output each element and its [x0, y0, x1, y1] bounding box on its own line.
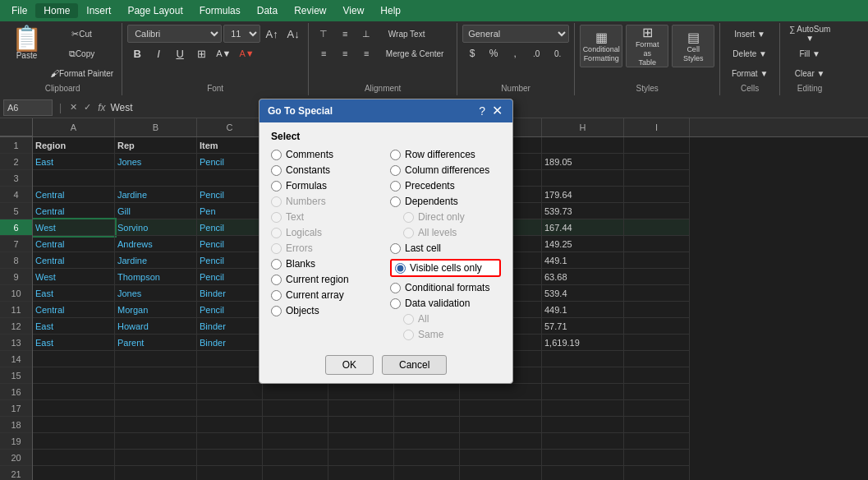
radio-dependents[interactable]: Dependents — [390, 196, 501, 207]
cell[interactable]: East — [33, 285, 115, 302]
cell[interactable] — [624, 252, 690, 269]
cell[interactable]: Jones — [115, 154, 197, 170]
radio-precedents[interactable]: Precedents — [390, 180, 501, 192]
cell[interactable]: Parent — [115, 335, 197, 351]
radio-current-region-input[interactable] — [271, 275, 282, 285]
cell[interactable] — [460, 400, 542, 417]
radio-precedents-input[interactable] — [390, 181, 401, 192]
cell[interactable] — [263, 384, 328, 400]
delete-cells-button[interactable]: Delete ▼ — [725, 44, 774, 62]
radio-column-differences[interactable]: Column differences — [390, 164, 501, 176]
cell[interactable] — [115, 466, 197, 480]
row-header-12[interactable]: 12 — [0, 318, 32, 335]
cell[interactable] — [542, 367, 624, 384]
conditional-formatting-button[interactable]: ▦ ConditionalFormatting — [580, 25, 622, 67]
cell[interactable]: Pencil — [197, 219, 263, 236]
cell[interactable] — [328, 450, 394, 466]
cell[interactable] — [624, 367, 690, 384]
cell[interactable]: Central — [33, 252, 115, 269]
cell[interactable]: Gill — [115, 203, 197, 219]
menu-data[interactable]: Data — [249, 3, 286, 18]
radio-dependents-input[interactable] — [390, 196, 401, 207]
cell[interactable] — [542, 417, 624, 433]
cut-button[interactable]: ✂ Cut — [47, 25, 117, 43]
radio-constants-input[interactable] — [271, 165, 282, 176]
radio-objects-input[interactable] — [271, 306, 282, 316]
cell[interactable] — [33, 450, 115, 466]
cell[interactable] — [624, 384, 690, 400]
cell[interactable]: 539.4 — [542, 285, 624, 302]
menu-review[interactable]: Review — [286, 3, 334, 18]
cell[interactable] — [624, 335, 690, 351]
radio-blanks-input[interactable] — [271, 259, 282, 270]
cell[interactable] — [33, 367, 115, 384]
cell[interactable] — [460, 417, 542, 433]
cell[interactable] — [394, 450, 460, 466]
cell[interactable] — [328, 466, 394, 480]
cell[interactable] — [33, 170, 115, 187]
menu-insert[interactable]: Insert — [78, 3, 119, 18]
cell[interactable] — [624, 400, 690, 417]
radio-data-validation[interactable]: Data validation — [390, 298, 501, 309]
row-header-2[interactable]: 2 — [0, 154, 32, 170]
cell[interactable]: 1,619.19 — [542, 335, 624, 351]
cell[interactable]: Morgan — [115, 302, 197, 318]
align-right-button[interactable]: ≡ — [356, 44, 376, 62]
cell[interactable]: Central — [33, 187, 115, 203]
cell[interactable]: Binder — [197, 318, 263, 335]
row-header-19[interactable]: 19 — [0, 433, 32, 450]
cell[interactable] — [624, 433, 690, 450]
cell[interactable] — [263, 450, 328, 466]
cell[interactable] — [115, 170, 197, 187]
cell[interactable] — [115, 351, 197, 367]
cell-styles-button[interactable]: ▤ CellStyles — [672, 25, 714, 67]
cell[interactable] — [542, 450, 624, 466]
align-middle-button[interactable]: ≡ — [335, 25, 355, 43]
cell[interactable] — [33, 384, 115, 400]
cell[interactable] — [328, 417, 394, 433]
row-header-20[interactable]: 20 — [0, 450, 32, 466]
cell[interactable] — [394, 384, 460, 400]
paste-button[interactable]: 📋 Paste — [8, 25, 45, 82]
cell[interactable] — [328, 384, 394, 400]
cell[interactable] — [115, 400, 197, 417]
cell[interactable] — [263, 433, 328, 450]
cell[interactable]: Howard — [115, 318, 197, 335]
menu-home[interactable]: Home — [35, 3, 78, 18]
cell[interactable] — [624, 154, 690, 170]
row-header-11[interactable]: 11 — [0, 302, 32, 318]
cell[interactable] — [197, 351, 263, 367]
radio-column-differences-input[interactable] — [390, 165, 401, 176]
decrease-font-button[interactable]: A↓ — [283, 25, 303, 43]
cell[interactable]: 449.1 — [542, 302, 624, 318]
merge-center-button[interactable]: Merge & Center — [378, 44, 452, 62]
cell[interactable] — [197, 170, 263, 187]
cell[interactable] — [460, 450, 542, 466]
cell[interactable] — [624, 351, 690, 367]
cell[interactable]: Binder — [197, 335, 263, 351]
row-header-10[interactable]: 10 — [0, 285, 32, 302]
cell[interactable] — [542, 137, 624, 154]
cell[interactable]: Pencil — [197, 302, 263, 318]
cell[interactable] — [328, 433, 394, 450]
cell[interactable]: 189.05 — [542, 154, 624, 170]
cell[interactable] — [328, 400, 394, 417]
row-header-7[interactable]: 7 — [0, 236, 32, 252]
cell[interactable] — [542, 433, 624, 450]
insert-cells-button[interactable]: Insert ▼ — [725, 25, 774, 43]
font-color-button[interactable]: A▼ — [236, 44, 257, 62]
radio-conditional-formats[interactable]: Conditional formats — [390, 282, 501, 293]
cell[interactable] — [624, 187, 690, 203]
cell[interactable] — [542, 384, 624, 400]
cell[interactable]: Central — [33, 203, 115, 219]
cell[interactable]: 167.44 — [542, 219, 624, 236]
cell[interactable] — [624, 219, 690, 236]
cell[interactable]: 57.71 — [542, 318, 624, 335]
cell[interactable]: 179.64 — [542, 187, 624, 203]
cell[interactable] — [33, 417, 115, 433]
cell[interactable]: 539.73 — [542, 203, 624, 219]
cell[interactable]: East — [33, 154, 115, 170]
radio-conditional-formats-input[interactable] — [390, 283, 401, 293]
cell[interactable] — [624, 466, 690, 480]
radio-comments-input[interactable] — [271, 150, 282, 160]
